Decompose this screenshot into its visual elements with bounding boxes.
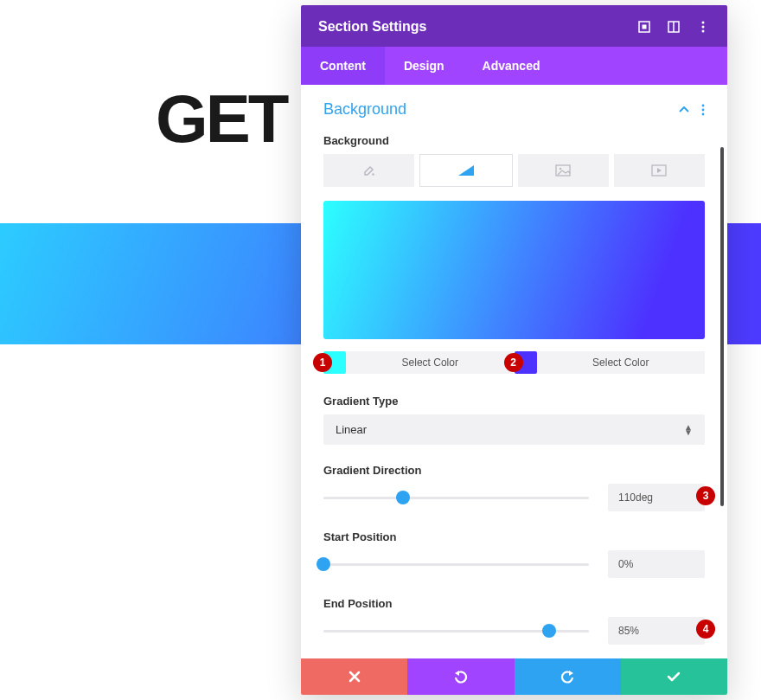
callout-2: 2 [504, 353, 523, 372]
bgtype-image[interactable] [518, 154, 609, 187]
direction-slider[interactable] [323, 489, 589, 506]
section-settings-modal: Section Settings Content Design Advanced… [301, 5, 727, 695]
gradient-type-label: Gradient Type [323, 395, 705, 408]
header-actions [637, 20, 710, 34]
end-select-color-button[interactable]: Select Color [537, 351, 706, 374]
gradient-type-select[interactable]: Linear ▲▼ [323, 414, 705, 445]
start-value-input[interactable]: 0% [608, 550, 705, 578]
panel-more-icon[interactable] [701, 104, 705, 116]
svg-point-6 [702, 30, 705, 33]
svg-point-10 [372, 173, 374, 175]
svg-point-7 [702, 104, 705, 106]
undo-icon [454, 670, 468, 684]
updown-caret-icon: ▲▼ [684, 425, 693, 435]
modal-header: Section Settings [301, 5, 727, 47]
cancel-button[interactable] [301, 658, 407, 695]
end-position-field: End Position 85% 4 [323, 597, 705, 645]
svg-point-8 [702, 108, 705, 111]
tab-content[interactable]: Content [301, 47, 385, 85]
svg-point-9 [702, 112, 705, 115]
color-swatches: 1 Select Color 2 Select Color [323, 351, 705, 374]
start-position-label: Start Position [323, 530, 705, 543]
tab-design[interactable]: Design [385, 47, 464, 85]
gradient-direction-field: Gradient Direction 110deg 3 [323, 464, 705, 511]
start-slider[interactable] [323, 556, 589, 573]
svg-marker-19 [455, 671, 459, 676]
background-type-tabs [323, 154, 705, 187]
end-position-label: End Position [323, 597, 705, 610]
svg-point-4 [702, 22, 705, 24]
expand-icon[interactable] [637, 20, 651, 34]
start-select-color-button[interactable]: Select Color [346, 351, 515, 374]
start-position-field: Start Position 0% [323, 530, 705, 578]
gradient-preview [323, 201, 705, 339]
save-button[interactable] [621, 658, 727, 695]
callout-1: 1 [313, 353, 332, 372]
panel-title[interactable]: Background [323, 100, 406, 119]
gradient-direction-label: Gradient Direction [323, 464, 705, 477]
tab-advanced[interactable]: Advanced [464, 47, 560, 85]
svg-point-14 [560, 168, 561, 170]
gradient-type-field: Gradient Type Linear ▲▼ [323, 395, 705, 445]
gradient-type-value: Linear [336, 423, 367, 436]
panel-header: Background [323, 100, 705, 119]
modal-title: Section Settings [318, 19, 629, 35]
modal-tabs: Content Design Advanced [301, 47, 727, 85]
background-panel: Background Background [301, 85, 727, 658]
end-value-input[interactable]: 85% 4 [608, 617, 705, 645]
redo-button[interactable] [515, 658, 621, 695]
modal-body: Background Background [301, 85, 727, 658]
swatch-end-cell: 2 Select Color [515, 351, 706, 374]
chevron-up-icon[interactable] [679, 106, 689, 113]
page-heading: GET [156, 80, 286, 158]
background-label: Background [323, 134, 705, 147]
direction-value-input[interactable]: 110deg 3 [608, 484, 705, 511]
more-icon[interactable] [696, 20, 710, 34]
bgtype-color[interactable] [323, 154, 414, 187]
close-icon [349, 671, 361, 683]
scrollbar[interactable] [720, 147, 724, 506]
bgtype-video[interactable] [614, 154, 705, 187]
svg-marker-16 [657, 168, 662, 173]
redo-icon [560, 670, 574, 684]
swatch-start-cell: 1 Select Color [323, 351, 515, 374]
callout-3: 3 [696, 486, 715, 505]
check-icon [667, 671, 681, 682]
end-slider[interactable] [323, 622, 589, 639]
svg-rect-1 [643, 25, 647, 29]
modal-footer [301, 658, 727, 695]
split-view-icon[interactable] [667, 20, 681, 34]
svg-point-5 [702, 26, 705, 29]
svg-marker-20 [569, 671, 573, 676]
undo-button[interactable] [407, 658, 514, 695]
bgtype-gradient[interactable] [419, 154, 512, 187]
callout-4: 4 [696, 620, 715, 639]
